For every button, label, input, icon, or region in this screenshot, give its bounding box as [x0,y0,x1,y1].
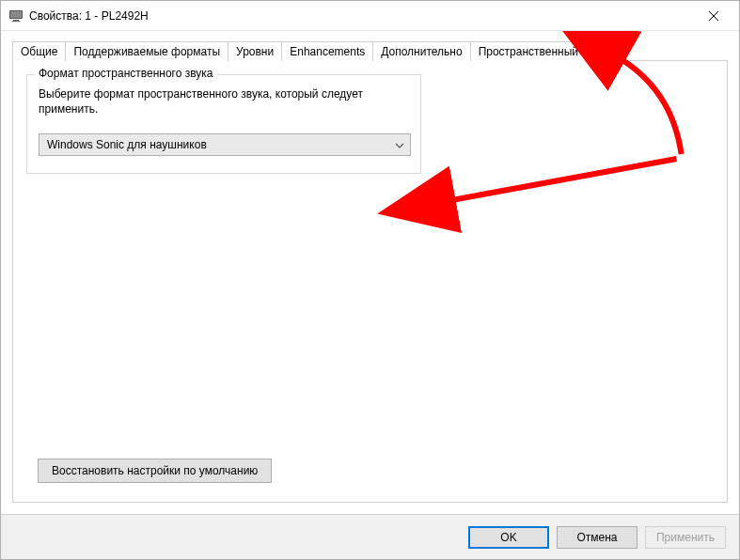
dialog-body: Общие Поддерживаемые форматы Уровни Enha… [1,31,739,514]
titlebar: Свойства: 1 - PL2492H [1,1,739,31]
close-button[interactable] [692,1,735,30]
dropdown-value: Windows Sonic для наушников [47,138,207,151]
spatial-format-group: Формат пространственного звука Выберите … [26,74,421,174]
group-title: Формат пространственного звука [35,67,217,80]
tab-spatial-sound[interactable]: Пространственный звук [470,41,612,61]
tab-strip: Общие Поддерживаемые форматы Уровни Enha… [12,40,728,60]
properties-dialog: Свойства: 1 - PL2492H Общие Поддерживаем… [0,0,740,560]
apply-button[interactable]: Применить [645,526,726,549]
ok-button[interactable]: OK [468,526,549,549]
spatial-format-dropdown[interactable]: Windows Sonic для наушников [39,133,411,156]
dialog-footer: OK Отмена Применить [1,514,739,559]
svg-rect-1 [10,11,22,18]
tab-panel-spatial: Формат пространственного звука Выберите … [12,60,728,503]
monitor-icon [8,8,24,23]
svg-rect-2 [13,20,19,21]
tab-supported-formats[interactable]: Поддерживаемые форматы [65,41,228,61]
svg-rect-3 [12,21,21,22]
chevron-down-icon [395,140,404,150]
tab-advanced[interactable]: Дополнительно [372,41,470,61]
tab-levels[interactable]: Уровни [228,41,282,61]
cancel-button[interactable]: Отмена [557,526,638,549]
restore-defaults-button[interactable]: Восстановить настройки по умолчанию [38,459,272,483]
tab-general[interactable]: Общие [12,41,66,61]
window-title: Свойства: 1 - PL2492H [29,9,692,23]
spatial-hint: Выберите формат пространственного звука,… [39,86,377,117]
tab-enhancements[interactable]: Enhancements [281,41,373,61]
